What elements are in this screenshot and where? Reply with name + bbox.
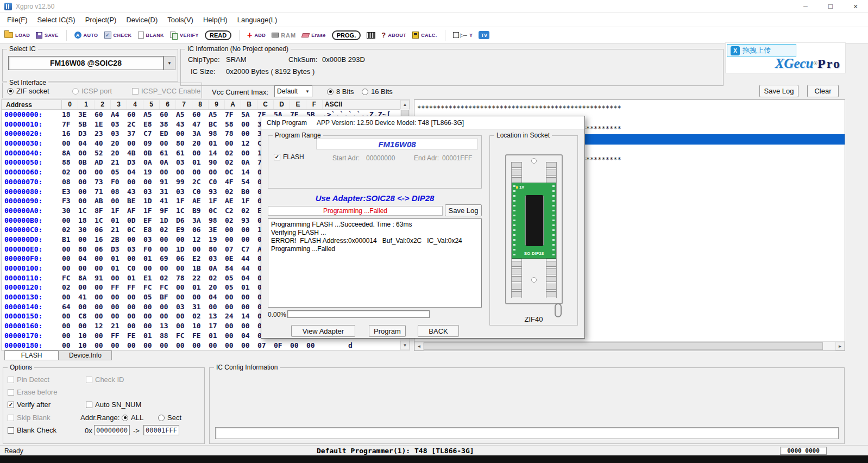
load-button[interactable]: LOAD [4,32,30,38]
tab-device-info[interactable]: Device.Info [59,351,112,360]
scroll-left-icon[interactable]: ◄ [414,342,424,351]
checkbox-icon [8,427,14,434]
adapter-name: SO-DIP28 [512,251,556,256]
status-programmer: Default Programmer(1): T48 [TL866-3G] [317,447,474,455]
hex-row[interactable]: 00000180:001000000000000000000000070F000… [2,341,401,351]
addr-range-sect-radio[interactable]: Sect [158,414,181,422]
8-bits-radio[interactable]: 8 Bits [327,87,354,96]
clear-button[interactable]: Clear [807,85,839,97]
16-bits-radio[interactable]: 16 Bits [362,87,393,96]
verify-after-checkbox[interactable]: Verify after [8,401,51,409]
ic-chip-icon [367,32,375,39]
about-button[interactable]: ?ABOUT [381,31,406,39]
logic-test-button[interactable]: ▷–Y [453,32,473,38]
xgecu-pro-logo: XGecu®Pro [775,56,841,71]
toolbar-separator [445,30,445,41]
hex-bytes: 00000001C00000001B0A844400 [62,264,274,273]
dialog-title-bar[interactable]: Chip Program APP Version: 12.50 Device M… [261,116,584,129]
verify-button[interactable]: VERIFY [170,32,199,39]
tv-button[interactable]: TV [479,31,489,39]
add-button[interactable]: +ADD [247,32,266,39]
vcc-imax-select[interactable]: Default▼ [274,85,312,97]
ic-select-dropdown-button[interactable]: ▼ [163,56,175,70]
hex-bytes: 004100000005BF000004000000 [62,292,274,302]
hex-bytes: 16D3230337C7ED003A9878003A [62,129,274,139]
addr-range-all-radio[interactable]: ALL [122,414,143,422]
range-end-input[interactable]: 00001FFF [143,425,179,435]
save-log-button[interactable]: Save Log [759,85,798,97]
check-id-checkbox[interactable]: Check ID [86,376,124,384]
hex-bytes: FC8A910001E102782202050400 [62,273,274,283]
options-group: Options Pin Detect Check ID Erase before… [3,367,205,444]
save-button[interactable]: SAVE [36,32,58,39]
dialog-save-log-button[interactable]: Save Log [445,204,482,216]
menu-item[interactable]: Help(H) [198,16,232,24]
icsp-port-radio[interactable]: ICSP port [72,87,112,95]
radio-icon [158,415,165,421]
drag-upload-button[interactable]: X 拖拽上传 [727,44,796,57]
hex-address: 00000010: [2,120,62,129]
hex-address: 00000150: [2,311,62,321]
toolbar-separator [239,30,240,41]
scroll-right-icon[interactable]: ► [835,342,845,351]
progress-percent: 0.00% [268,311,286,318]
auto-button[interactable]: AAUTO [74,32,98,39]
hex-address: 00000000: [2,110,62,120]
menu-item[interactable]: Language(L) [232,16,282,24]
read-button[interactable]: READ [205,30,231,40]
erase-before-checkbox[interactable]: Erase before [8,388,57,396]
prog-button[interactable]: PROG. [332,30,361,40]
hex-address: 00000120: [2,283,62,292]
scroll-up-icon[interactable]: ▲ [400,100,410,109]
blank-button[interactable]: BLANK [138,32,165,39]
hex-address: 00000040: [2,148,62,158]
auto-sn-checkbox[interactable]: Auto SN_NUM [86,401,141,409]
hex-bytes: 8A0052204B0B61610014020014 [62,148,274,158]
toolbar: LOAD SAVE AAUTO CHECK BLANK VERIFY READ … [0,27,868,43]
hex-address: 00000060: [2,167,62,177]
erase-button[interactable]: Er‎ase [302,33,326,38]
log-horizontal-scrollbar[interactable]: ◄ ► [414,341,845,351]
ic-select-combo[interactable]: FM16W08 @SOIC28 [8,56,163,70]
ram-button[interactable]: RAM [272,32,296,39]
icsp-vcc-checkbox[interactable]: ICSP_VCC Enable [132,87,200,95]
menu-item[interactable]: Select IC(S) [33,16,80,24]
menu-item[interactable]: Project(P) [80,16,122,24]
ic-test-button[interactable] [367,32,375,39]
checkbox-icon [86,377,92,383]
close-button[interactable]: ✕ [843,0,868,13]
skip-blank-checkbox[interactable]: Skip Blank [8,414,50,422]
hex-address: 00000090: [2,196,62,206]
scrollbar-thumb[interactable] [424,342,823,350]
hex-address: 00000130: [2,292,62,302]
range-start-input[interactable]: 00000000 [94,425,130,435]
back-button[interactable]: BACK [418,325,459,337]
zif-socket-radio[interactable]: ZIF socket [7,87,49,95]
tab-flash[interactable]: FLASH [4,351,59,360]
zif40-label: ZIF40 [490,315,577,323]
minimize-button[interactable]: ─ [793,0,818,13]
calc-button[interactable]: CALC. [412,32,437,39]
zif-socket-graphic: 1# SO-DIP28 [505,154,563,304]
ic-info-label: IC Information (No Project opened) [185,45,291,53]
adapter-board: 1# SO-DIP28 [512,183,556,259]
select-ic-label: Select IC [7,45,38,53]
menu-item[interactable]: File(F) [2,16,33,24]
scroll-down-icon[interactable]: ▼ [400,341,410,350]
maximize-button[interactable]: ☐ [818,0,843,13]
chevron-down-icon: ▼ [305,89,310,94]
view-adapter-button[interactable]: View Adapter [291,325,355,337]
hex-address: 00000100: [2,264,62,273]
flash-checkbox[interactable]: FLASH [274,153,304,161]
pin-detect-checkbox[interactable]: Pin Detect [8,376,49,384]
dialog-log-line: Programming FLASH ...Succeeded. Time : 6… [271,221,479,229]
blank-check-checkbox[interactable]: Blank Check [8,426,56,434]
check-button[interactable]: CHECK [104,32,132,39]
program-button[interactable]: Program [369,325,406,337]
progress-bar [287,310,430,318]
menu-item[interactable]: Device(D) [121,16,162,24]
menu-item[interactable]: Tools(V) [162,16,198,24]
hex-address: 00000020: [2,129,62,139]
adapter-pin-dots-left [513,185,515,256]
question-icon: ? [381,31,386,39]
